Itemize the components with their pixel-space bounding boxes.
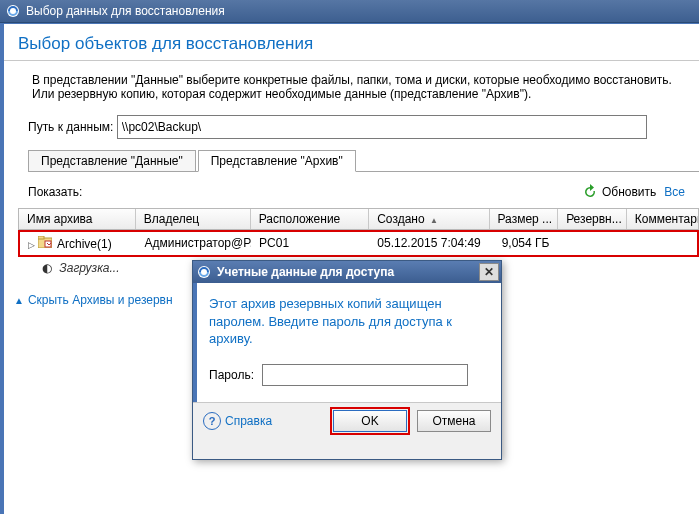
help-link[interactable]: ? Справка bbox=[203, 412, 272, 430]
cell-name: Archive(1) bbox=[57, 237, 112, 251]
dialog-footer: ? Справка OK Отмена bbox=[193, 402, 501, 439]
col-created[interactable]: Создано ▲ bbox=[369, 209, 489, 229]
password-input[interactable] bbox=[262, 364, 468, 386]
cancel-button[interactable]: Отмена bbox=[417, 410, 491, 432]
data-path-input[interactable] bbox=[117, 115, 647, 139]
app-icon bbox=[197, 265, 211, 279]
refresh-button[interactable]: Обновить bbox=[582, 184, 656, 200]
view-tabs: Представление "Данные" Представление "Ар… bbox=[28, 149, 699, 172]
cell-owner: Администратор@P... bbox=[136, 234, 251, 253]
page-heading: Выбор объектов для восстановления bbox=[4, 24, 699, 61]
credentials-dialog: Учетные данные для доступа ✕ Этот архив … bbox=[192, 260, 502, 460]
col-archive-name[interactable]: Имя архива bbox=[19, 209, 136, 229]
filter-row: Показать: Обновить Все bbox=[4, 172, 699, 208]
help-icon: ? bbox=[203, 412, 221, 430]
cell-backup bbox=[557, 234, 625, 253]
password-label: Пароль: bbox=[209, 368, 254, 382]
col-backup[interactable]: Резервн... bbox=[558, 209, 627, 229]
tab-archive[interactable]: Представление "Архив" bbox=[198, 150, 356, 172]
col-size[interactable]: Размер ... bbox=[490, 209, 559, 229]
cell-comments bbox=[625, 234, 697, 253]
data-path-row: Путь к данным: bbox=[4, 113, 699, 149]
chevron-up-icon: ▲ bbox=[14, 295, 24, 306]
cell-size: 9,054 ГБ bbox=[489, 234, 557, 253]
page-description: В представлении "Данные" выберите конкре… bbox=[4, 61, 699, 113]
tab-data[interactable]: Представление "Данные" bbox=[28, 150, 196, 172]
dialog-message: Этот архив резервных копий защищен парол… bbox=[209, 295, 489, 348]
app-titlebar: Выбор данных для восстановления bbox=[0, 0, 699, 23]
archive-icon bbox=[38, 236, 52, 248]
col-created-label: Создано bbox=[377, 212, 424, 226]
dialog-titlebar[interactable]: Учетные данные для доступа ✕ bbox=[193, 261, 501, 283]
refresh-label: Обновить bbox=[602, 185, 656, 199]
col-comments[interactable]: Комментари bbox=[627, 209, 698, 229]
filter-label: Показать: bbox=[28, 185, 82, 199]
dialog-title: Учетные данные для доступа bbox=[217, 265, 394, 279]
path-label: Путь к данным: bbox=[28, 120, 113, 134]
expand-icon[interactable]: ▷ bbox=[28, 240, 35, 250]
table-header: Имя архива Владелец Расположение Создано… bbox=[18, 208, 699, 230]
cell-location: PC01 bbox=[251, 234, 369, 253]
sort-asc-icon: ▲ bbox=[430, 216, 438, 225]
col-owner[interactable]: Владелец bbox=[136, 209, 251, 229]
svg-rect-2 bbox=[38, 236, 44, 239]
close-icon[interactable]: ✕ bbox=[479, 263, 499, 281]
app-title: Выбор данных для восстановления bbox=[26, 4, 225, 18]
ok-button[interactable]: OK bbox=[333, 410, 407, 432]
app-icon bbox=[6, 4, 20, 18]
view-all-link[interactable]: Все bbox=[664, 185, 685, 199]
cell-created: 05.12.2015 7:04:49 bbox=[369, 234, 489, 253]
dialog-body: Этот архив резервных копий защищен парол… bbox=[193, 283, 501, 402]
loading-icon: ◐ bbox=[42, 261, 52, 275]
table-row[interactable]: ▷ Archive(1) Администратор@P... PC01 05.… bbox=[18, 230, 699, 257]
col-location[interactable]: Расположение bbox=[251, 209, 370, 229]
refresh-icon bbox=[582, 184, 598, 200]
